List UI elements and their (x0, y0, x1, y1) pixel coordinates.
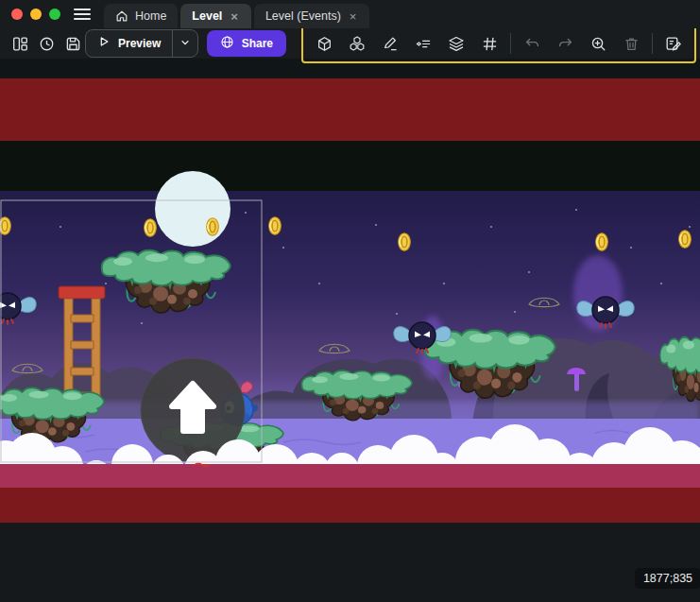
tab-level[interactable]: Level × (180, 4, 251, 28)
undo-icon[interactable] (520, 31, 544, 56)
close-window-button[interactable] (11, 9, 23, 20)
coin-sprite[interactable] (0, 217, 10, 235)
tab-label: Level (Events) (265, 9, 341, 23)
star (141, 322, 143, 324)
minimize-window-button[interactable] (30, 9, 42, 20)
scene-bottom-bands (0, 464, 700, 602)
edit-pencil-icon[interactable] (378, 31, 402, 56)
close-tab-icon[interactable]: × (348, 9, 359, 24)
share-label: Share (242, 37, 273, 50)
coin-sprite[interactable] (596, 233, 608, 251)
star (282, 247, 284, 249)
tab-label: Level (192, 9, 222, 23)
scene-canvas[interactable] (0, 59, 700, 602)
tab-label: Home (135, 9, 166, 23)
close-tab-icon[interactable]: × (229, 9, 240, 24)
zoom-window-button[interactable] (49, 9, 60, 20)
star (528, 271, 530, 273)
coin-sprite[interactable] (269, 217, 282, 235)
coin-sprite[interactable] (679, 231, 691, 249)
trash-icon[interactable] (619, 31, 643, 56)
cursor-coordinates: 1877;835 (635, 568, 700, 589)
objects-group-icon[interactable] (345, 31, 369, 56)
star (318, 283, 320, 284)
coin-sprite[interactable] (399, 233, 411, 251)
star (575, 209, 577, 211)
preview-button[interactable]: Preview (85, 29, 198, 58)
toolbar-left-icons (8, 31, 85, 56)
titlebar: Home Level × Level (Events) × (0, 0, 700, 28)
star (245, 212, 247, 214)
window-controls (11, 9, 60, 20)
panels-layout-icon[interactable] (8, 31, 32, 56)
tab-bar: Home Level × Level (Events) × (104, 0, 369, 28)
history-icon[interactable] (34, 31, 59, 56)
share-button[interactable]: Share (207, 30, 286, 57)
coin-sprite[interactable] (145, 219, 157, 237)
star (689, 226, 691, 228)
main-menu-icon[interactable] (74, 9, 91, 20)
preview-dropdown-button[interactable] (173, 30, 196, 57)
grid-icon[interactable] (477, 31, 502, 56)
star (660, 283, 662, 284)
edit-scene-properties-icon[interactable] (661, 31, 686, 56)
scene-tools-highlighted-group (301, 25, 696, 63)
app-window: Home Level × Level (Events) × (0, 0, 700, 602)
zoom-in-icon[interactable] (586, 31, 610, 56)
tab-home[interactable]: Home (104, 4, 178, 28)
chevron-down-icon (179, 35, 191, 52)
scene-top-bands (0, 59, 700, 192)
toolbar: Preview Share (0, 28, 700, 59)
preview-label: Preview (118, 37, 161, 50)
star (443, 283, 445, 284)
star (396, 313, 398, 315)
redo-icon[interactable] (553, 31, 577, 56)
star (60, 226, 61, 228)
star (105, 283, 107, 284)
star (630, 247, 632, 249)
play-icon (97, 35, 111, 52)
coin-sprite[interactable] (207, 218, 219, 236)
home-icon (115, 9, 128, 23)
star (490, 226, 492, 228)
preview-button-main[interactable]: Preview (86, 30, 172, 57)
star (514, 311, 516, 313)
star (375, 224, 377, 226)
save-icon[interactable] (60, 31, 85, 56)
add-object-cube-icon[interactable] (312, 31, 336, 56)
moon-sprite[interactable] (155, 171, 230, 247)
tab-level-events[interactable]: Level (Events) × (254, 4, 370, 28)
layers-icon[interactable] (444, 31, 469, 56)
globe-icon (220, 35, 234, 53)
instances-list-icon[interactable] (411, 31, 435, 56)
